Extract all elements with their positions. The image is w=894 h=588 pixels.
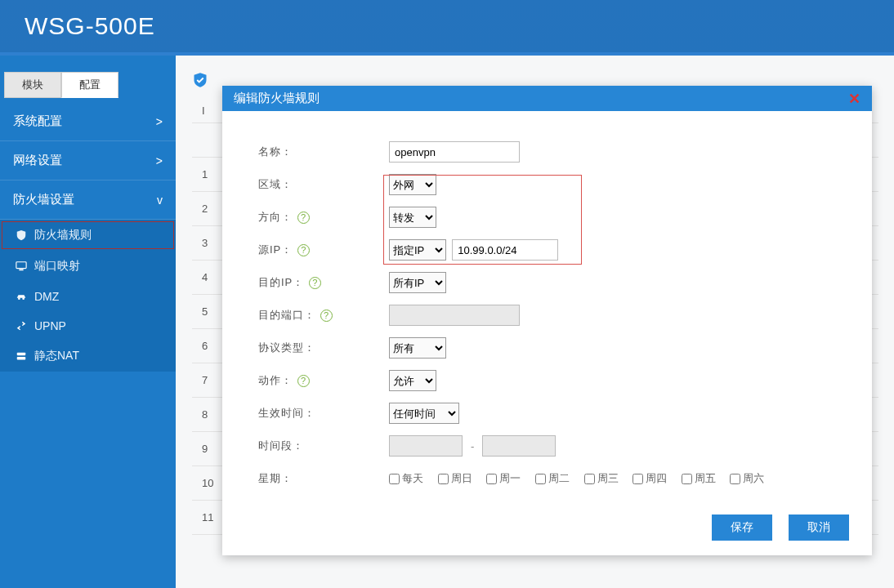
help-icon[interactable]: ? [309, 277, 321, 289]
cb-sun[interactable] [438, 474, 449, 484]
chevron-down-icon: v [157, 194, 163, 207]
label-direction: 方向：? [258, 210, 389, 225]
label-protocol: 协议类型： [258, 341, 389, 355]
cb-tue[interactable] [535, 474, 546, 484]
help-icon[interactable]: ? [320, 310, 333, 322]
cb-everyday[interactable] [389, 474, 400, 484]
srcip-input[interactable] [452, 239, 558, 261]
cb-wed[interactable] [584, 474, 595, 484]
sidebar-item-firewall-rules[interactable]: 防火墙规则 [0, 220, 176, 251]
app-title: WSG-500E [25, 12, 155, 40]
range-separator: - [471, 440, 474, 452]
sidebar-tabs: 模块 配置 [4, 72, 118, 98]
sidebar: 模块 配置 系统配置 > 网络设置 > 防火墙设置 v 防火墙规则 端口映射 [0, 56, 176, 588]
sidebar-item-port-mapping[interactable]: 端口映射 [0, 251, 176, 282]
chevron-right-icon: > [156, 154, 163, 167]
cb-sat[interactable] [730, 474, 740, 484]
sidebar-item-dmz[interactable]: DMZ [0, 282, 176, 311]
label-srcip: 源IP：? [258, 243, 389, 257]
label-time-range: 时间段： [258, 439, 389, 453]
dstport-input [389, 305, 520, 326]
help-icon[interactable]: ? [297, 212, 310, 224]
label-zone: 区域： [258, 177, 389, 192]
svg-rect-4 [17, 353, 26, 356]
swap-icon [15, 320, 28, 332]
svg-rect-0 [16, 262, 26, 269]
cb-thu[interactable] [633, 474, 643, 484]
cb-fri[interactable] [682, 474, 692, 484]
name-input[interactable] [389, 141, 520, 163]
dialog-header: 编辑防火墙规则 ✕ [222, 86, 872, 111]
nav-firewall-settings[interactable]: 防火墙设置 v [0, 180, 176, 220]
label-effective-time: 生效时间： [258, 406, 389, 421]
label-dstport: 目的端口：? [258, 308, 389, 323]
time-from-input [389, 435, 463, 457]
disk-icon [15, 350, 28, 362]
save-button[interactable]: 保存 [712, 514, 772, 541]
svg-point-2 [18, 297, 20, 300]
svg-point-3 [22, 297, 25, 300]
direction-select[interactable]: 转发 [389, 207, 436, 228]
sidebar-item-upnp[interactable]: UPNP [0, 311, 176, 341]
tab-module[interactable]: 模块 [4, 72, 61, 98]
nav-system-config[interactable]: 系统配置 > [0, 102, 176, 141]
help-icon[interactable]: ? [297, 244, 310, 256]
close-icon[interactable]: ✕ [848, 90, 860, 108]
dialog-title: 编辑防火墙规则 [234, 91, 320, 106]
effective-time-select[interactable]: 任何时间 [389, 403, 459, 424]
firewall-submenu: 防火墙规则 端口映射 DMZ UPNP 静态NAT [0, 220, 176, 372]
zone-select[interactable]: 外网 [389, 174, 436, 195]
time-to-input [482, 435, 556, 457]
action-select[interactable]: 允许 [389, 370, 436, 391]
label-weekday: 星期： [258, 471, 389, 486]
app-header: WSG-500E [0, 0, 894, 56]
cancel-button[interactable]: 取消 [789, 514, 849, 541]
monitor-icon [15, 261, 28, 272]
cb-mon[interactable] [486, 474, 497, 484]
label-dstip: 目的IP：? [258, 275, 389, 290]
weekday-group: 每天 周日 周一 周二 周三 周四 周五 周六 [389, 471, 776, 486]
shield-icon [15, 229, 28, 241]
chevron-right-icon: > [156, 115, 163, 128]
tab-config[interactable]: 配置 [61, 72, 118, 98]
nav-network-settings[interactable]: 网络设置 > [0, 141, 176, 180]
shield-check-icon [192, 75, 208, 91]
svg-rect-1 [19, 270, 23, 271]
dmz-icon [15, 291, 28, 302]
label-name: 名称： [258, 145, 389, 159]
sidebar-item-static-nat[interactable]: 静态NAT [0, 341, 176, 372]
help-icon[interactable]: ? [297, 375, 310, 387]
edit-firewall-rule-dialog: 编辑防火墙规则 ✕ 名称： 区域： 外网 方向：? 转发 源IP：? 指定IP [222, 86, 872, 555]
dstip-mode-select[interactable]: 所有IP [389, 272, 446, 293]
label-action: 动作：? [258, 373, 389, 388]
srcip-mode-select[interactable]: 指定IP [389, 239, 446, 261]
protocol-select[interactable]: 所有 [389, 337, 446, 359]
svg-rect-5 [17, 357, 26, 360]
